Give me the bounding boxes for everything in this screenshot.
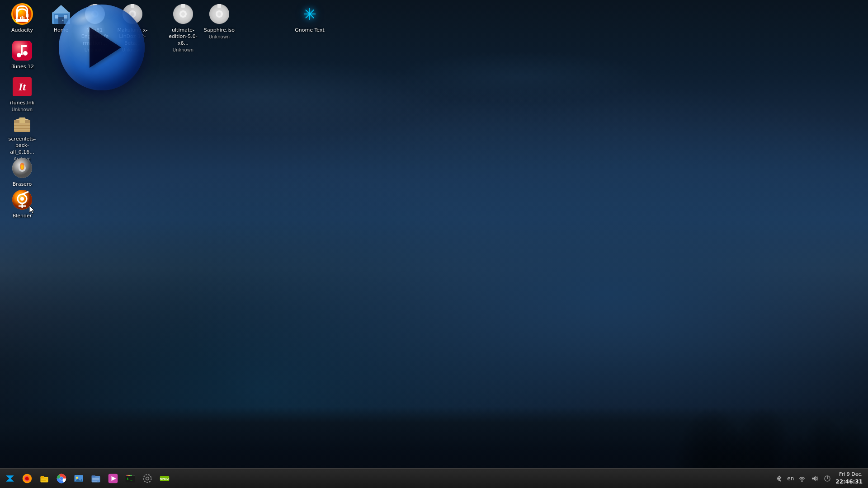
- desktop-icon-playonlinux[interactable]: [59, 5, 145, 127]
- screenlets-label: screenlets-pack-all_0.16...: [4, 136, 41, 156]
- svg-rect-66: [40, 476, 44, 478]
- bluetooth-tray-icon[interactable]: [774, 474, 783, 483]
- clock-time: 22:46:31: [835, 478, 863, 486]
- svg-rect-95: [827, 476, 828, 479]
- nvidia-taskbar-button[interactable]: NVIDIA: [156, 470, 173, 487]
- sapphire-sublabel: Unknown: [209, 34, 230, 39]
- ituneslink-label: iTunes.lnk: [9, 99, 36, 107]
- svg-point-54: [21, 165, 24, 169]
- svg-rect-79: [92, 481, 97, 481]
- itunes-label: iTunes 12: [9, 63, 35, 70]
- settings-taskbar-button[interactable]: [139, 470, 156, 487]
- system-clock[interactable]: Fri 9 Dec, 22:46:31: [835, 471, 863, 485]
- svg-point-37: [23, 51, 28, 56]
- svg-point-1: [13, 5, 31, 23]
- svg-text:NVIDIA: NVIDIA: [160, 478, 170, 480]
- svg-rect-77: [92, 478, 99, 479]
- svg-rect-78: [92, 479, 99, 480]
- svg-rect-3: [26, 14, 28, 18]
- gnome-label: Gnome Text: [293, 27, 326, 34]
- zorin-menu-button[interactable]: [2, 470, 18, 487]
- svg-rect-67: [41, 479, 47, 479]
- sapphire-label: Sapphire.iso: [203, 27, 236, 34]
- system-tray: en Fri: [774, 471, 866, 485]
- svg-rect-2: [16, 14, 18, 18]
- blender-label: Blender: [11, 212, 33, 220]
- desktop-icon-audacity[interactable]: Audacity: [2, 1, 42, 36]
- svg-point-88: [146, 477, 149, 480]
- svg-point-89: [143, 474, 151, 482]
- power-tray-icon[interactable]: [823, 474, 832, 483]
- chromium-taskbar-button[interactable]: [53, 470, 70, 487]
- desktop-icon-brasero[interactable]: Brasero: [2, 155, 42, 190]
- files-taskbar-button[interactable]: [36, 470, 52, 487]
- audacity-label: Audacity: [10, 27, 34, 34]
- svg-rect-76: [92, 475, 96, 477]
- svg-rect-68: [41, 480, 46, 481]
- desktop-icon-gnome[interactable]: ✳ Gnome Text: [289, 1, 330, 36]
- pol-arrow-icon: [90, 27, 121, 68]
- svg-point-87: [130, 474, 132, 476]
- desktop-icon-blender[interactable]: Blender: [2, 187, 42, 221]
- wifi-tray-icon[interactable]: [797, 474, 807, 483]
- svg-point-27: [181, 12, 185, 16]
- desktop-icon-sapphire[interactable]: Sapphire.iso Unknown: [199, 1, 240, 41]
- svg-rect-39: [21, 45, 27, 47]
- media-taskbar-button[interactable]: [105, 470, 121, 487]
- svg-rect-12: [55, 15, 58, 19]
- svg-point-92: [802, 480, 803, 482]
- firefox-taskbar-button[interactable]: [19, 470, 35, 487]
- svg-rect-28: [181, 4, 185, 8]
- clock-date: Fri 9 Dec,: [835, 471, 863, 478]
- svg-point-86: [128, 474, 130, 476]
- desktop-icon-itunes[interactable]: iTunes 12: [2, 38, 42, 72]
- svg-marker-93: [812, 476, 816, 481]
- language-indicator[interactable]: en: [787, 475, 794, 482]
- taskbar: $ _ NVIDIA: [0, 468, 868, 488]
- ultimate-label: ultimate-edition-5.0-x6...: [165, 27, 202, 47]
- svg-point-32: [217, 12, 221, 16]
- svg-rect-45: [19, 117, 25, 123]
- filemanager-taskbar-button[interactable]: [88, 470, 104, 487]
- desktop-icon-ituneslink[interactable]: It iTunes.lnk Unknown: [2, 74, 42, 114]
- ultimate-sublabel: Unknown: [173, 47, 193, 52]
- svg-text:It: It: [18, 81, 26, 93]
- svg-rect-33: [217, 4, 221, 8]
- terminal-taskbar-button[interactable]: $ _: [122, 470, 138, 487]
- volume-tray-icon[interactable]: [810, 474, 819, 483]
- svg-point-73: [76, 476, 78, 479]
- desktop-icons-area: Audacity Home: [0, 0, 868, 468]
- svg-point-58: [20, 197, 24, 201]
- svg-point-85: [127, 474, 128, 476]
- desktop-icon-ultimate[interactable]: ultimate-edition-5.0-x6... Unknown: [163, 1, 203, 54]
- photo-taskbar-button[interactable]: [71, 470, 87, 487]
- taskbar-left: $ _ NVIDIA: [2, 470, 173, 487]
- svg-text:$ _: $ _: [127, 477, 132, 481]
- svg-point-71: [60, 477, 63, 480]
- svg-point-36: [17, 53, 21, 57]
